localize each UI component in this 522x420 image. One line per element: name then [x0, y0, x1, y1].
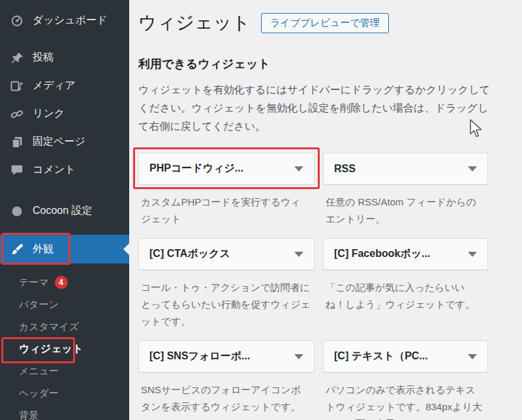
widget-card-rss[interactable]: RSS: [323, 153, 488, 185]
submenu-item-header[interactable]: ヘッダー: [0, 382, 129, 404]
chevron-down-icon[interactable]: [468, 252, 477, 257]
widget-description: 「この記事が気に入ったらいいね！しよう」ウィジェットです。: [326, 279, 484, 313]
sidebar-item-label: メディア: [33, 79, 76, 93]
widget-title: [C] Facebookボッ...: [334, 247, 430, 261]
link-icon: [10, 107, 24, 121]
available-widgets-heading: 利用できるウィジェット: [138, 56, 522, 72]
sidebar-item-pages[interactable]: 固定ページ: [0, 128, 129, 156]
sidebar-item-label: Cocoon 設定: [33, 204, 93, 218]
widget-cell-rss: RSS 任意の RSS/Atom フィードからのエントリー。: [323, 153, 488, 228]
widget-card-text-pc[interactable]: [C] テキスト（PC...: [323, 340, 488, 372]
sidebar-item-media[interactable]: メディア: [0, 72, 129, 100]
submenu-item-widgets[interactable]: ウィジェット: [0, 338, 129, 360]
brush-icon: [10, 242, 24, 256]
appearance-submenu: テーマ 4 パターン カスタマイズ ウィジェット メニュー ヘッダー 背景: [0, 263, 129, 420]
media-icon: [10, 79, 24, 93]
widget-title: [C] CTAボックス: [149, 247, 230, 261]
widget-card-cta-box[interactable]: [C] CTAボックス: [138, 238, 315, 270]
submenu-item-label: ヘッダー: [19, 387, 59, 400]
widget-card-facebook-button[interactable]: [C] Facebookボッ...: [323, 238, 488, 270]
submenu-item-label: テーマ: [19, 277, 49, 289]
widgets-page-content: ウィジェット ライブプレビューで管理 利用できるウィジェット ウィジェットを有効…: [129, 0, 522, 420]
submenu-item-themes[interactable]: テーマ 4: [0, 271, 129, 293]
submenu-item-label: パターン: [19, 299, 59, 311]
widget-title: RSS: [334, 163, 356, 175]
widget-description: 任意の RSS/Atom フィードからのエントリー。: [326, 194, 484, 228]
sidebar-item-label: 投稿: [33, 51, 54, 65]
submenu-item-patterns[interactable]: パターン: [0, 293, 129, 316]
submenu-item-label: メニュー: [19, 365, 59, 378]
sidebar-item-label: 固定ページ: [33, 135, 85, 149]
widget-description: カスタムPHPコードを実行するウィジェット: [141, 194, 311, 228]
widget-cell-sns-follow: [C] SNSフォローボ... SNSサービスのフォローアイコンボタンを表示する…: [138, 340, 315, 420]
sidebar-item-appearance[interactable]: 外観: [0, 235, 129, 263]
sidebar-item-label: リンク: [33, 107, 65, 121]
widget-cell-text-pc: [C] テキスト（PC... パソコンのみで表示されるテキストウィジェットです。…: [323, 340, 488, 420]
comment-icon: [10, 163, 24, 177]
sidebar-item-links[interactable]: リンク: [0, 100, 129, 128]
wordpress-admin-widgets-page: ダッシュボード 投稿 メディア: [0, 0, 522, 420]
page-title: ウィジェット: [138, 10, 251, 36]
submenu-item-menus[interactable]: メニュー: [0, 360, 129, 382]
sidebar-item-comments[interactable]: コメント: [0, 156, 129, 184]
widget-description: SNSサービスのフォローアイコンボタンを表示するウィジェットです。: [141, 382, 311, 415]
chevron-down-icon[interactable]: [294, 252, 303, 257]
chevron-down-icon[interactable]: [294, 354, 303, 359]
sidebar-item-label: コメント: [33, 163, 76, 177]
widget-card-php-code[interactable]: PHPコードウィジ...: [138, 153, 315, 185]
pages-icon: [10, 135, 24, 149]
widget-card-sns-follow[interactable]: [C] SNSフォローボ...: [138, 340, 315, 372]
chevron-down-icon[interactable]: [468, 166, 477, 172]
circle-icon: [10, 204, 24, 218]
available-widgets-description: ウィジェットを有効化するにはサイドバーにドラッグするかクリックしてください。ウィ…: [138, 81, 496, 136]
widget-title: [C] テキスト（PC...: [334, 350, 428, 363]
sidebar-item-dashboard[interactable]: ダッシュボード: [0, 7, 129, 35]
widget-title: [C] SNSフォローボ...: [149, 350, 250, 363]
widget-description: コール・トゥ・アクションで訪問者にとってもらいたい行動を促すウィジェットです。: [141, 279, 311, 330]
pin-icon: [10, 51, 24, 65]
sidebar-item-posts[interactable]: 投稿: [0, 44, 129, 72]
sidebar-item-label: ダッシュボード: [33, 14, 107, 27]
widget-cell-facebook-button: [C] Facebookボッ... 「この記事が気に入ったらいいね！しよう」ウィ…: [323, 238, 488, 330]
widget-description: パソコンのみで表示されるテキストウィジェットです。834pxより大きな画面で表示…: [326, 382, 484, 420]
chevron-down-icon[interactable]: [294, 166, 303, 172]
widget-cell-php-code: PHPコードウィジ... カスタムPHPコードを実行するウィジェット: [138, 153, 315, 228]
widget-cell-cta-box: [C] CTAボックス コール・トゥ・アクションで訪問者にとってもらいたい行動を…: [138, 238, 315, 330]
widget-title: PHPコードウィジ...: [149, 162, 243, 175]
submenu-item-customize[interactable]: カスタマイズ: [0, 316, 129, 338]
theme-update-badge: 4: [55, 276, 68, 289]
submenu-item-background[interactable]: 背景: [0, 404, 129, 420]
gauge-icon: [10, 14, 24, 28]
sidebar-item-label: 外観: [33, 243, 54, 256]
page-header: ウィジェット ライブプレビューで管理: [138, 9, 522, 37]
submenu-item-label: カスタマイズ: [19, 321, 79, 333]
admin-sidebar: ダッシュボード 投稿 メディア: [0, 0, 129, 420]
chevron-down-icon[interactable]: [468, 354, 477, 359]
submenu-item-label: 背景: [19, 410, 38, 420]
sidebar-item-cocoon-settings[interactable]: Cocoon 設定: [0, 197, 129, 225]
available-widgets-grid: PHPコードウィジ... カスタムPHPコードを実行するウィジェット RSS 任…: [138, 153, 522, 420]
manage-with-live-preview-button[interactable]: ライブプレビューで管理: [261, 13, 389, 33]
submenu-item-label: ウィジェット: [19, 342, 83, 356]
